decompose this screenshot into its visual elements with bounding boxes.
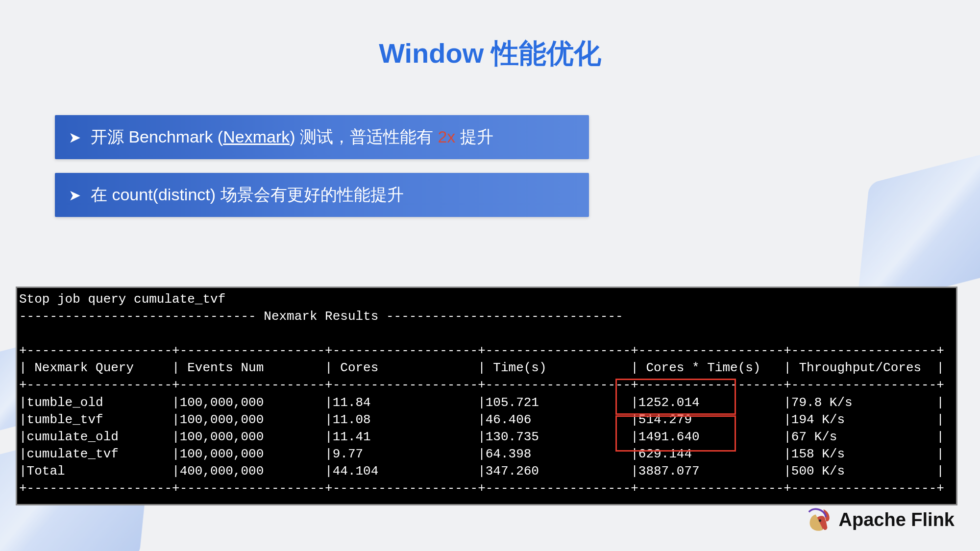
arrow-icon: ➤ xyxy=(69,187,81,204)
terminal-output: Stop job query cumulate_tvf ------------… xyxy=(16,287,957,505)
arrow-icon: ➤ xyxy=(69,129,81,146)
bullet1-mid: ) 测试，普适性能有 xyxy=(290,127,438,146)
decorative-cloud-right xyxy=(862,167,980,289)
bullet-benchmark: ➤ 开源 Benchmark (Nexmark) 测试，普适性能有 2x 提升 xyxy=(55,115,589,159)
bullet2-text: 在 count(distinct) 场景会有更好的性能提升 xyxy=(91,184,404,206)
footer-logo: Apache Flink xyxy=(805,506,955,533)
bullet1-post: 提升 xyxy=(455,127,493,146)
bullet1-link-nexmark: Nexmark xyxy=(223,127,290,146)
bullet1-pre: 开源 Benchmark ( xyxy=(91,127,223,146)
svg-point-0 xyxy=(818,519,821,522)
footer-brand-text: Apache Flink xyxy=(839,509,955,530)
slide-title: Window 性能优化 xyxy=(0,35,980,72)
bullet-count-distinct: ➤ 在 count(distinct) 场景会有更好的性能提升 xyxy=(55,173,589,217)
bullet1-highlight-2x: 2x xyxy=(438,127,455,146)
flink-squirrel-icon xyxy=(805,506,832,533)
